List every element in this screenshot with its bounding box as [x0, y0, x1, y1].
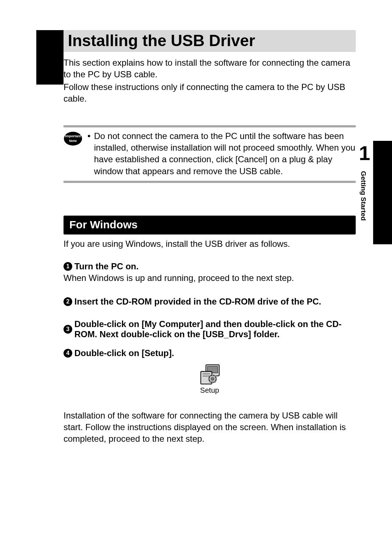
svg-rect-12	[208, 378, 210, 379]
post-paragraph: Installation of the software for connect…	[64, 410, 356, 445]
step-1-title: Turn the PC on.	[74, 261, 356, 272]
svg-point-9	[211, 378, 214, 380]
svg-rect-13	[215, 378, 217, 379]
intro-paragraph-1: This section explains how to install the…	[64, 57, 356, 81]
setup-icon	[198, 363, 221, 386]
step-number-badge: 3	[64, 325, 72, 334]
important-note-text: Do not connect the camera to the PC unti…	[94, 130, 356, 177]
step-4: 4 Double-click on [Setup].	[64, 348, 356, 358]
svg-text:Note: Note	[69, 139, 77, 143]
step-4-title: Double-click on [Setup].	[74, 348, 356, 358]
step-1: 1 Turn the PC on. When Windows is up and…	[64, 261, 356, 284]
page-title: Installing the USB Driver	[64, 30, 356, 52]
svg-rect-10	[212, 374, 213, 376]
step-3-title: Double-click on [My Computer] and then d…	[74, 319, 356, 339]
step-number-badge: 2	[64, 297, 72, 306]
side-tab	[373, 141, 392, 244]
step-number-badge: 1	[64, 262, 72, 271]
step-number-badge: 4	[64, 349, 72, 358]
important-note-block: Important Note • Do not connect the came…	[64, 125, 356, 183]
step-1-body: When Windows is up and running, proceed …	[64, 272, 356, 284]
svg-rect-6	[203, 373, 210, 374]
bullet-dot: •	[87, 130, 94, 177]
chapter-number: 1	[359, 141, 370, 165]
svg-text:Important: Important	[65, 134, 81, 138]
setup-icon-label: Setup	[200, 386, 219, 395]
intro-paragraph-2: Follow these instructions only if connec…	[64, 81, 356, 105]
section-intro: If you are using Windows, install the US…	[64, 239, 356, 249]
svg-rect-7	[203, 375, 210, 376]
important-note-icon: Important Note	[64, 131, 82, 146]
section-heading-windows: For Windows	[64, 216, 356, 234]
chapter-title: Getting Started	[359, 171, 367, 221]
header-black-block	[36, 30, 64, 85]
svg-rect-11	[212, 381, 213, 383]
step-3: 3 Double-click on [My Computer] and then…	[64, 319, 356, 339]
step-2-title: Insert the CD-ROM provided in the CD-ROM…	[74, 297, 356, 307]
step-2: 2 Insert the CD-ROM provided in the CD-R…	[64, 297, 356, 307]
